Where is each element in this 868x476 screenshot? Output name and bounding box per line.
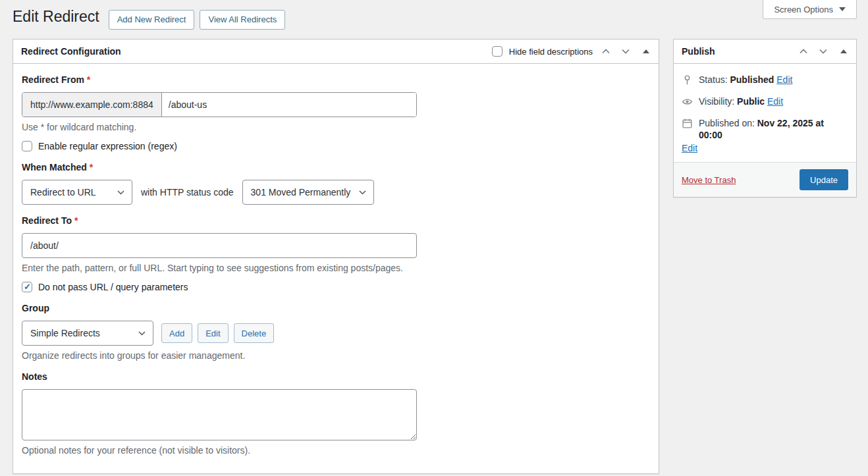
http-status-code-text: with HTTP status code xyxy=(141,187,234,198)
redirect-from-label: Redirect From * xyxy=(22,74,650,85)
page-header: Edit Redirect Add New Redirect View All … xyxy=(0,0,868,30)
group-delete-button[interactable]: Delete xyxy=(234,323,275,343)
eye-icon xyxy=(682,96,693,107)
no-params-label[interactable]: Do not pass URL / query parameters xyxy=(38,282,188,292)
screen-options-tab[interactable]: Screen Options xyxy=(763,0,857,19)
redirect-configuration-controls: Hide field descriptions xyxy=(492,46,651,57)
redirect-to-label: Redirect To * xyxy=(22,215,650,226)
visibility-value: Public xyxy=(737,96,765,107)
group-select[interactable]: Simple Redirects xyxy=(22,321,153,346)
move-to-trash-link[interactable]: Move to Trash xyxy=(682,175,736,185)
chevron-up-icon xyxy=(798,48,809,58)
when-matched-label: When Matched * xyxy=(22,162,650,172)
regex-checkbox-row: Enable regular expression (regex) xyxy=(22,141,650,151)
redirect-configuration-box: Redirect Configuration Hide field descri… xyxy=(13,39,659,474)
when-matched-row: Redirect to URL with HTTP status code 30… xyxy=(22,180,650,205)
notes-textarea[interactable] xyxy=(22,389,417,440)
published-on-edit-link[interactable]: Edit xyxy=(674,141,856,153)
move-down-button[interactable] xyxy=(619,47,632,56)
group-add-button[interactable]: Add xyxy=(161,323,192,343)
move-down-button[interactable] xyxy=(817,47,830,56)
screen-options-label: Screen Options xyxy=(774,5,833,14)
chevron-down-icon xyxy=(359,190,366,195)
enable-regex-label[interactable]: Enable regular expression (regex) xyxy=(38,141,177,151)
notes-help: Optional notes for your reference (not v… xyxy=(22,445,650,456)
match-action-select[interactable]: Redirect to URL xyxy=(22,180,132,205)
move-up-button[interactable] xyxy=(599,47,612,56)
page-title: Edit Redirect xyxy=(13,6,99,27)
collapse-toggle-button[interactable] xyxy=(836,49,848,53)
redirect-configuration-body: Redirect From * http://www.example.com:8… xyxy=(13,74,659,469)
required-asterisk: * xyxy=(87,74,90,85)
group-edit-button[interactable]: Edit xyxy=(198,323,228,343)
calendar-icon xyxy=(682,118,693,129)
redirect-configuration-header: Redirect Configuration Hide field descri… xyxy=(13,40,659,64)
caret-down-icon xyxy=(839,7,846,11)
chevron-down-icon xyxy=(818,48,828,58)
published-on-text: Published on: Nov 22, 2025 at 00:00 xyxy=(699,117,848,141)
hide-field-descriptions-checkbox[interactable] xyxy=(492,46,502,57)
redirect-to-input[interactable] xyxy=(22,233,417,258)
move-up-button[interactable] xyxy=(797,47,810,56)
redirect-from-input[interactable] xyxy=(162,93,416,117)
triangle-up-icon xyxy=(840,49,847,53)
view-all-redirects-button[interactable]: View All Redirects xyxy=(200,10,285,30)
status-value: Published xyxy=(730,74,774,85)
chevron-down-icon xyxy=(117,190,124,195)
redirect-from-input-group: http://www.example.com:8884 xyxy=(22,92,417,117)
add-new-redirect-button[interactable]: Add New Redirect xyxy=(109,10,195,30)
publish-controls xyxy=(797,47,848,56)
group-help: Organize redirects into groups for easie… xyxy=(22,350,650,361)
chevron-down-icon xyxy=(138,331,146,336)
redirect-from-url-prefix: http://www.example.com:8884 xyxy=(22,93,162,117)
group-label: Group xyxy=(22,303,650,313)
redirect-from-help: Use * for wildcard matching. xyxy=(22,122,650,132)
chevron-up-icon xyxy=(601,48,611,58)
publish-title: Publish xyxy=(682,46,715,57)
pin-icon xyxy=(682,74,693,86)
http-status-select[interactable]: 301 Moved Permanently xyxy=(242,180,374,205)
no-params-checkbox[interactable] xyxy=(22,282,32,292)
title-actions: Add New Redirect View All Redirects xyxy=(109,10,286,30)
redirect-to-help: Enter the path, pattern, or full URL. St… xyxy=(22,263,650,273)
visibility-text: Visibility: Public Edit xyxy=(699,95,783,107)
group-buttons: Add Edit Delete xyxy=(161,323,274,343)
triangle-up-icon xyxy=(643,49,649,53)
collapse-toggle-button[interactable] xyxy=(639,49,651,53)
no-params-checkbox-row: Do not pass URL / query parameters xyxy=(22,282,650,292)
chevron-down-icon xyxy=(620,48,631,58)
publish-header: Publish xyxy=(674,40,856,64)
redirect-configuration-title: Redirect Configuration xyxy=(21,46,121,57)
published-on-row: Published on: Nov 22, 2025 at 00:00 xyxy=(674,117,856,141)
visibility-row: Visibility: Public Edit xyxy=(674,95,856,107)
status-edit-link[interactable]: Edit xyxy=(776,74,792,85)
content-columns: Redirect Configuration Hide field descri… xyxy=(0,30,868,474)
group-row: Simple Redirects Add Edit Delete xyxy=(22,321,650,346)
hide-field-descriptions-label[interactable]: Hide field descriptions xyxy=(509,47,593,57)
required-asterisk: * xyxy=(74,215,78,226)
status-text: Status: Published Edit xyxy=(699,74,792,86)
required-asterisk: * xyxy=(90,162,93,172)
notes-label: Notes xyxy=(22,371,650,382)
visibility-edit-link[interactable]: Edit xyxy=(767,96,783,107)
enable-regex-checkbox[interactable] xyxy=(22,141,32,151)
publish-footer: Move to Trash Update xyxy=(674,162,856,197)
update-button[interactable]: Update xyxy=(800,169,848,190)
publish-box: Publish Status: Published Edit Visibilit… xyxy=(673,39,857,198)
status-row: Status: Published Edit xyxy=(674,74,856,86)
